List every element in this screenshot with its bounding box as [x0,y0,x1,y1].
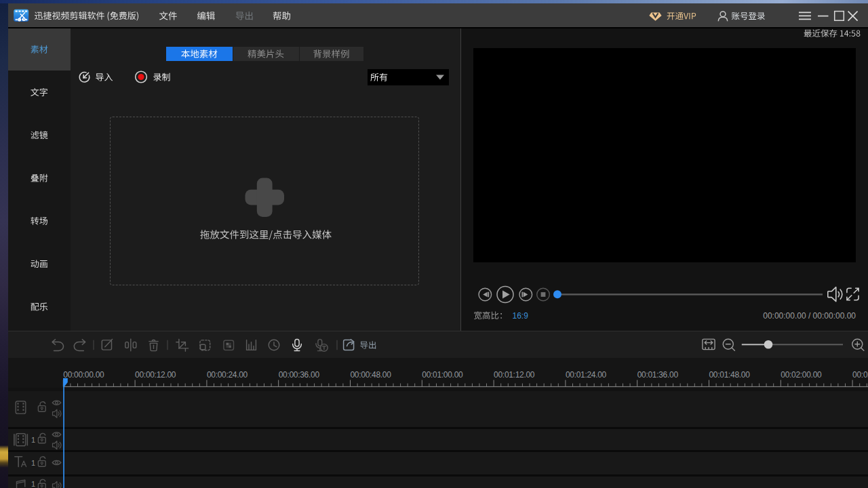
svg-text:1: 1 [31,436,35,444]
svg-text:00:01:00.00: 00:01:00.00 [422,370,463,380]
svg-text:1: 1 [31,459,35,467]
svg-text:00:01:24.00: 00:01:24.00 [566,370,607,380]
svg-text:00:00:24.00: 00:00:24.00 [207,370,248,380]
svg-text:00:02:00.00: 00:02:00.00 [781,370,822,380]
svg-text:00:00:36.00: 00:00:36.00 [279,370,320,380]
svg-text:00:02:12.00: 00:02:12.00 [852,370,868,380]
svg-text:00:00:48.00: 00:00:48.00 [351,370,392,380]
svg-text:00:00:00.00: 00:00:00.00 [63,370,104,380]
svg-text:00:01:36.00: 00:01:36.00 [637,370,679,380]
svg-text:00:00:00.00 / 00:00:00.00: 00:00:00.00 / 00:00:00.00 [763,311,856,321]
svg-text:00:00:12.00: 00:00:12.00 [135,370,176,380]
svg-text:1: 1 [31,480,35,488]
svg-text:00:01:12.00: 00:01:12.00 [494,370,535,380]
svg-text:00:01:48.00: 00:01:48.00 [709,370,751,380]
svg-text:16:9: 16:9 [513,311,529,321]
